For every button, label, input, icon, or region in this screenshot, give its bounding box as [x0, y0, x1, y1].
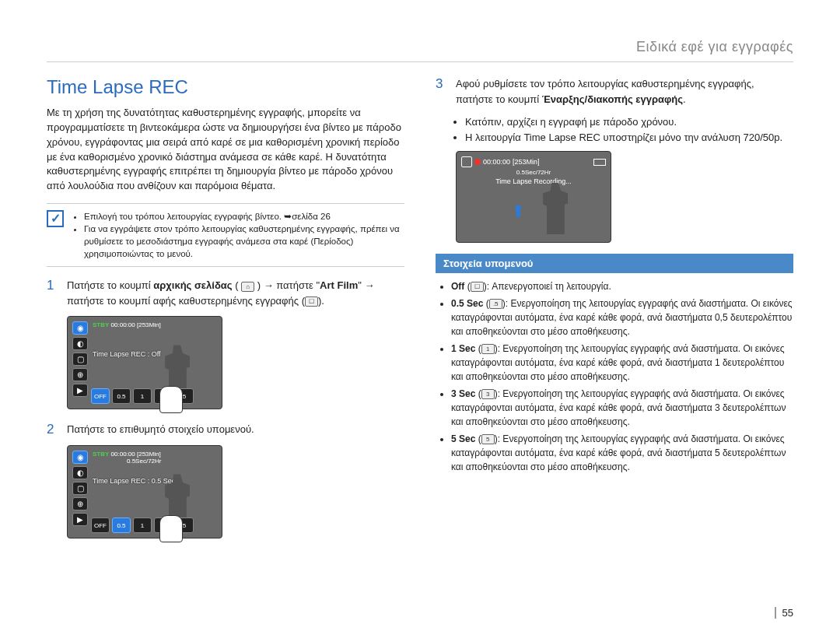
home-icon: ⌂	[241, 282, 254, 292]
opt-off: OFF	[91, 517, 110, 533]
step-number-3: 3	[436, 76, 446, 107]
screen-timer: 00:00:00	[111, 451, 135, 458]
icon-5: 5	[481, 434, 495, 444]
step-2: 2 Πατήστε το επιθυμητό στοιχείο υπομενού…	[47, 422, 404, 437]
opt-0-5: 0.5	[112, 388, 131, 404]
screen-timer: 00:00:00	[111, 321, 135, 328]
screen-icon: ◉	[72, 451, 88, 464]
rec-time: 00:00:00	[483, 158, 510, 166]
stby-label: STBY	[93, 451, 109, 458]
icon-off: ☐	[471, 282, 484, 292]
screen-icon: ⊕	[72, 497, 88, 510]
screen-remain: [253Min]	[137, 321, 161, 328]
icon-1: 1	[481, 344, 495, 354]
screen-icon: ▶	[72, 384, 88, 397]
step3-bullet-1: Κατόπιν, αρχίζει η εγγραφή με πάροδο χρό…	[465, 114, 793, 130]
rec-line: Time Lapse Recording...	[461, 177, 606, 185]
left-column: Time Lapse REC Με τη χρήση της δυνατότητ…	[47, 76, 404, 539]
step-1-text: Πατήστε το κουμπί αρχικής σελίδας ( ⌂ ) …	[67, 278, 404, 308]
screenshot-step1: ◉ ◐ ▢ ⊕ ▶ STBY 00:00:00 [253Min] Time La…	[67, 316, 222, 409]
step-2-text: Πατήστε το επιθυμητό στοιχείο υπομενού.	[67, 422, 254, 437]
submenu-0-5: 0.5 Sec (.5): Ενεργοποίηση της λειτουργί…	[451, 296, 793, 339]
hand-icon	[159, 515, 183, 542]
note-item-1b: σελίδα 26	[292, 212, 331, 221]
note-item-1a: Επιλογή του τρόπου λειτουργίας εγγραφής …	[84, 212, 284, 221]
page-ref-icon: ➥	[284, 212, 292, 221]
screen-remain: [253Min]	[137, 451, 161, 458]
screen-icon: ⊕	[72, 368, 88, 381]
step-3: 3 Αφού ρυθμίσετε τον τρόπο λειτουργίας κ…	[436, 76, 793, 107]
screenshot-recording: 00:00:00 [253Min] 0.5Sec/72Hr Time Lapse…	[456, 151, 611, 243]
page-title: Time Lapse REC	[47, 76, 404, 98]
step-number-1: 1	[47, 278, 58, 308]
opt-0-5: 0.5	[112, 517, 131, 533]
rec-sub: 0.5Sec/72Hr	[461, 169, 606, 176]
up-arrow-icon: ⬆	[511, 202, 525, 222]
step3-bullet-2: Η λειτουργία Time Lapse REC υποστηρίζει …	[465, 130, 793, 146]
submenu-1: 1 Sec (1): Ενεργοποίηση της λειτουργίας …	[451, 342, 793, 384]
rec-icon: 00:00:00 [253Min]	[461, 156, 540, 167]
page-number: 55	[775, 607, 793, 619]
submenu-5: 5 Sec (5): Ενεργοποίηση της λειτουργίας …	[451, 432, 793, 474]
manual-page: Ειδικά εφέ για εγγραφές Time Lapse REC Μ…	[0, 0, 840, 562]
right-column: 3 Αφού ρυθμίσετε τον τρόπο λειτουργίας κ…	[436, 76, 793, 539]
timelapse-off-icon: ☐	[305, 296, 318, 307]
opt-off: OFF	[91, 388, 110, 404]
check-icon: ✓	[47, 210, 64, 227]
screen-status: Time Lapse REC : Off	[93, 350, 217, 358]
hand-icon	[159, 386, 183, 413]
icon-0-5: .5	[489, 299, 502, 309]
screen-icon: ▢	[72, 482, 88, 495]
screen-icon: ▶	[72, 513, 88, 526]
note-item-1: Επιλογή του τρόπου λειτουργίας εγγραφής …	[84, 210, 404, 223]
intro-text: Με τη χρήση της δυνατότητας καθυστερημέν…	[47, 106, 404, 194]
icon-3: 3	[481, 389, 495, 399]
opt-1: 1	[133, 517, 152, 533]
opt-1: 1	[133, 388, 152, 404]
submenu-header: Στοιχεία υπομενού	[436, 254, 793, 273]
note-box: ✓ Επιλογή του τρόπου λειτουργίας εγγραφή…	[47, 203, 404, 267]
submenu-3: 3 Sec (3): Ενεργοποίηση της λειτουργίας …	[451, 387, 793, 429]
submenu-list: Off (☐): Απενεργοποιεί τη λειτουργία. 0.…	[436, 279, 793, 474]
screen-icon: ◐	[72, 337, 88, 350]
note-item-2: Για να εγγράψετε στον τρόπο λειτουργίας …	[84, 223, 404, 260]
battery-icon	[593, 159, 606, 166]
chapter-title: Ειδικά εφέ για εγγραφές	[47, 39, 793, 62]
step-1: 1 Πατήστε το κουμπί αρχικής σελίδας ( ⌂ …	[47, 278, 404, 308]
screen-sub: 0.5Sec/72Hr	[127, 458, 217, 465]
step-3-text: Αφού ρυθμίσετε τον τρόπο λειτουργίας καθ…	[456, 76, 793, 107]
screen-icon: ◉	[72, 321, 88, 335]
step-number-2: 2	[47, 422, 58, 437]
screen-icon: ◐	[72, 466, 88, 479]
submenu-off: Off (☐): Απενεργοποιεί τη λειτουργία.	[451, 279, 793, 293]
stby-label: STBY	[93, 321, 109, 328]
screenshot-step2: ◉ ◐ ▢ ⊕ ▶ STBY 00:00:00 [253Min] 0.5Sec/…	[67, 445, 222, 539]
screen-icon: ▢	[72, 353, 88, 366]
screen-status: Time Lapse REC : 0.5 Sec	[93, 477, 217, 485]
rec-remain: [253Min]	[513, 158, 540, 166]
